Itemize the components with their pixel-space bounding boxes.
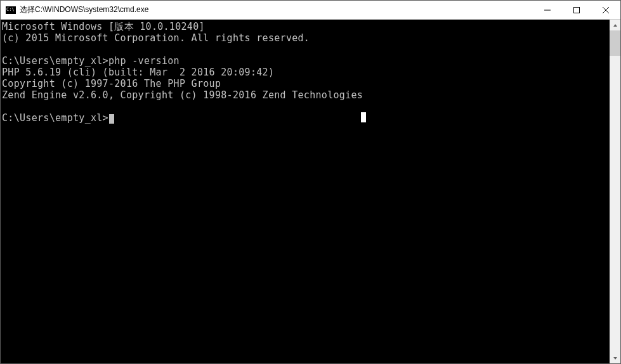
terminal-line: C:\Users\empty_xl> — [2, 112, 610, 124]
terminal-line: Microsoft Windows [版本 10.0.10240] — [2, 21, 610, 32]
text-cursor — [109, 114, 114, 124]
terminal-line: Copyright (c) 1997-2016 The PHP Group — [2, 78, 610, 89]
titlebar: 选择C:\WINDOWS\system32\cmd.exe — [1, 1, 620, 20]
scroll-up-button[interactable] — [610, 20, 620, 30]
cmd-icon — [6, 6, 16, 14]
terminal-line: (c) 2015 Microsoft Corporation. All righ… — [2, 32, 610, 44]
window-title: 选择C:\WINDOWS\system32\cmd.exe — [20, 4, 533, 15]
svg-marker-5 — [613, 357, 617, 360]
svg-marker-4 — [613, 24, 617, 27]
selection-block — [361, 112, 366, 122]
vertical-scrollbar[interactable] — [610, 20, 620, 363]
terminal-output[interactable]: Microsoft Windows [版本 10.0.10240](c) 201… — [1, 20, 610, 363]
terminal-line: PHP 5.6.19 (cli) (built: Mar 2 2016 20:0… — [2, 67, 610, 78]
minimize-button[interactable] — [533, 1, 562, 19]
window-controls — [533, 1, 620, 19]
scroll-down-button[interactable] — [610, 353, 620, 363]
svg-rect-1 — [574, 7, 580, 13]
terminal-line — [2, 44, 610, 55]
terminal-line — [2, 101, 610, 112]
terminal-line: Zend Engine v2.6.0, Copyright (c) 1998-2… — [2, 89, 610, 101]
client-area: Microsoft Windows [版本 10.0.10240](c) 201… — [1, 20, 620, 363]
scrollbar-thumb[interactable] — [610, 30, 620, 56]
close-button[interactable] — [591, 1, 620, 19]
scrollbar-track[interactable] — [610, 30, 620, 353]
maximize-button[interactable] — [562, 1, 591, 19]
terminal-line: C:\Users\empty_xl>php -version — [2, 55, 610, 67]
